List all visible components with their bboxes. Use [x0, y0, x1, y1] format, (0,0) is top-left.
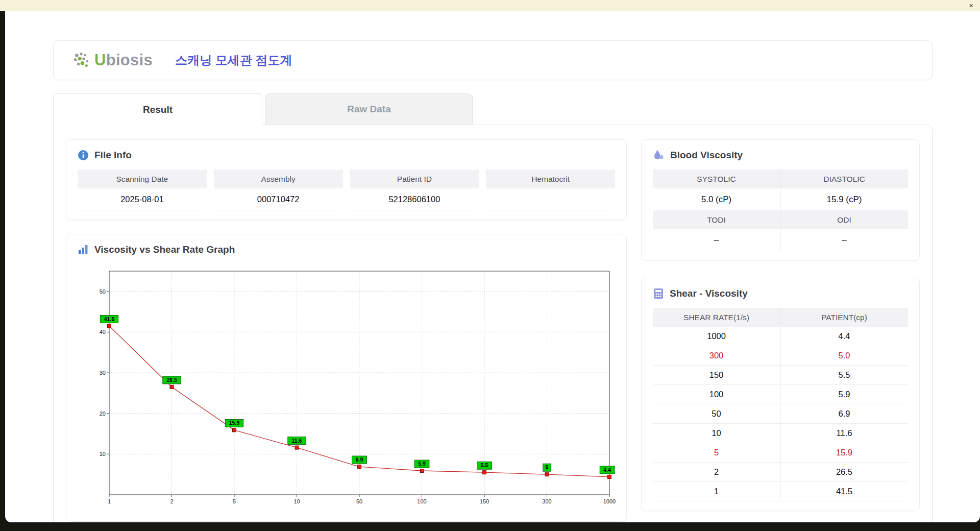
svg-text:5: 5: [233, 498, 236, 504]
shear-viscosity-title: Shear - Viscosity: [670, 288, 748, 299]
metric-label: SYSTOLIC: [653, 170, 780, 188]
systolic-value: 5.0 (cP): [653, 188, 780, 210]
point-label: 5.9: [414, 460, 429, 468]
patient-viscosity-cell: 11.6: [780, 424, 908, 443]
point-label: 4.4: [600, 466, 615, 474]
patient-viscosity-cell: 41.5: [780, 482, 908, 501]
svg-text:10: 10: [293, 498, 300, 504]
svg-text:4.4: 4.4: [603, 467, 611, 473]
app-title: 스캐닝 모세관 점도계: [175, 52, 292, 68]
shear-rate-cell: 50: [653, 404, 780, 424]
svg-text:6.9: 6.9: [356, 456, 363, 463]
shear-rate-cell: 2: [653, 463, 780, 482]
field-label: Assembly: [214, 170, 343, 188]
shear-rate-cell: 10: [653, 424, 780, 443]
shear-rate-cell: 100: [653, 385, 780, 404]
shear-table-body: 10004.43005.01505.51005.9506.91011.6515.…: [653, 327, 908, 501]
point-label: 15.9: [225, 419, 243, 427]
svg-text:300: 300: [542, 498, 551, 504]
shear-rate-cell: 5: [653, 443, 780, 463]
svg-text:1000: 1000: [603, 498, 616, 504]
file-info-field: Assembly 000710472: [214, 170, 343, 210]
metric-label: ODI: [780, 210, 908, 229]
field-label: Patient ID: [350, 170, 479, 188]
svg-text:50: 50: [100, 288, 106, 295]
scanning-date-value: 2025-08-01: [78, 188, 207, 210]
svg-text:30: 30: [100, 370, 106, 376]
shear-rate-cell: 1000: [653, 327, 780, 346]
patient-id-value: 52128606100: [350, 188, 479, 210]
right-column: Blood Viscosity SYSTOLIC DIASTOLIC 5.0 (…: [641, 139, 920, 522]
shear-table-row: 226.5: [653, 463, 908, 482]
blood-viscosity-title: Blood Viscosity: [670, 150, 743, 161]
svg-text:41.5: 41.5: [104, 316, 115, 322]
file-info-card: File Info Scanning Date 2025-08-01 Assem…: [66, 139, 627, 220]
patient-viscosity-cell: 5.5: [780, 366, 908, 385]
graph-card: Viscosity vs Shear Rate Graph 1020304050…: [66, 234, 627, 522]
chart-area: 10203040501251050100150300100041.526.515…: [78, 264, 615, 512]
point-label: 5: [543, 464, 551, 471]
window-titlebar: ×: [0, 0, 980, 11]
ubiosis-logo: Ubiosis: [73, 51, 153, 69]
file-info-field: Patient ID 52128606100: [350, 170, 479, 210]
logo-rest: biosis: [106, 51, 153, 69]
field-label: Scanning Date: [78, 170, 207, 188]
svg-text:100: 100: [417, 498, 426, 504]
blood-viscosity-table: SYSTOLIC DIASTOLIC 5.0 (cP) 15.9 (cP) TO…: [653, 170, 908, 251]
droplet-icon: [653, 149, 665, 161]
field-label: Hematocrit: [486, 170, 615, 188]
hematocrit-value: [486, 188, 615, 210]
close-button[interactable]: ×: [967, 1, 975, 11]
point-label: 6.9: [352, 456, 367, 464]
shear-viscosity-table: SHEAR RATE(1/s) PATIENT(cp) 10004.43005.…: [653, 308, 908, 501]
file-info-field: Scanning Date 2025-08-01: [78, 170, 207, 210]
svg-text:50: 50: [356, 498, 362, 504]
shear-table-row: 3005.0: [653, 346, 908, 366]
patient-viscosity-cell: 4.4: [780, 327, 908, 346]
tab-raw-data[interactable]: Raw Data: [265, 93, 473, 125]
metric-label: TODI: [653, 210, 780, 229]
svg-text:15.9: 15.9: [229, 420, 240, 426]
point-label: 5.5: [477, 462, 492, 469]
patient-viscosity-cell: 5.9: [780, 385, 908, 404]
blood-viscosity-card: Blood Viscosity SYSTOLIC DIASTOLIC 5.0 (…: [641, 139, 920, 261]
svg-text:26.5: 26.5: [166, 377, 177, 383]
shear-rate-cell: 150: [653, 366, 780, 385]
shear-table-row: 10004.4: [653, 327, 908, 346]
shear-viscosity-card: Shear - Viscosity SHEAR RATE(1/s) PATIEN…: [641, 278, 920, 511]
file-info-title: File Info: [94, 150, 132, 161]
patient-viscosity-cell: 6.9: [780, 404, 908, 424]
tab-result[interactable]: Result: [53, 93, 262, 125]
patient-viscosity-cell: 5.0: [780, 346, 908, 366]
column-header-patient: PATIENT(cp): [780, 308, 908, 327]
diastolic-value: 15.9 (cP): [780, 188, 908, 210]
app-window: Ubiosis 스캐닝 모세관 점도계 Result Raw Data: [5, 11, 980, 522]
shear-table-row: 141.5: [653, 482, 908, 501]
svg-text:20: 20: [100, 411, 106, 417]
shear-rate-cell: 300: [653, 346, 780, 366]
column-header-shear-rate: SHEAR RATE(1/s): [653, 308, 780, 327]
left-column: File Info Scanning Date 2025-08-01 Assem…: [66, 139, 627, 522]
graph-title: Viscosity vs Shear Rate Graph: [94, 244, 235, 255]
header-card: Ubiosis 스캐닝 모세관 점도계: [53, 40, 933, 80]
svg-text:2: 2: [170, 498, 173, 504]
logo-text: Ubiosis: [94, 51, 153, 69]
logo-leaf-icon: [73, 52, 92, 69]
viscosity-chart: 10203040501251050100150300100041.526.515…: [90, 264, 616, 510]
todi-value: –: [653, 229, 780, 251]
shear-rate-cell: 1: [653, 482, 780, 501]
metric-label: DIASTOLIC: [780, 170, 908, 188]
point-label: 11.6: [288, 437, 306, 445]
svg-text:5: 5: [546, 464, 549, 470]
svg-text:5.9: 5.9: [418, 461, 426, 467]
point-label: 26.5: [163, 376, 181, 384]
svg-text:5.5: 5.5: [481, 462, 488, 468]
odi-value: –: [780, 229, 908, 251]
point-label: 41.5: [100, 316, 118, 323]
assembly-value: 000710472: [214, 188, 343, 210]
file-info-field: Hematocrit: [486, 170, 615, 210]
patient-viscosity-cell: 26.5: [780, 463, 908, 482]
logo-letter-u: U: [94, 51, 106, 69]
svg-text:40: 40: [100, 329, 106, 335]
patient-viscosity-cell: 15.9: [780, 443, 908, 463]
